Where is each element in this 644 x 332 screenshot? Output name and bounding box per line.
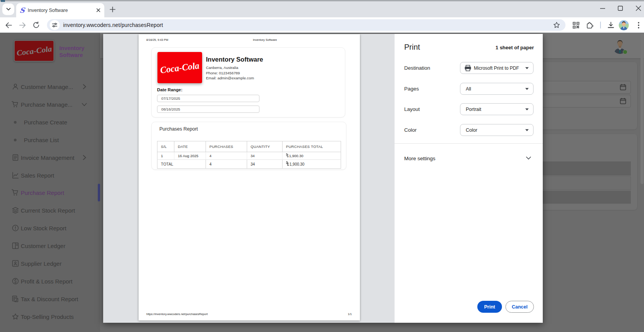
tab-close-button[interactable] (95, 7, 102, 14)
more-settings-button[interactable]: More settings (404, 156, 435, 161)
cell-date: 16 Aug 2025 (174, 152, 206, 160)
amount: 1,900.30 (289, 162, 304, 166)
cell-quantity: 34 (247, 152, 283, 160)
total-purchases: 4 (206, 160, 247, 169)
cell-sl: 1 (157, 152, 174, 160)
printer-icon (464, 65, 472, 71)
back-button[interactable] (2, 18, 15, 32)
cell-purchases: 4 (206, 152, 247, 160)
coca-cola-script: Coca-Cola (160, 60, 200, 75)
sheet-count-label: 1 sheet of paper (495, 45, 534, 50)
browser-toolbar: inventory.wwcoders.net/purchasesReport (0, 17, 644, 33)
cell-total: 1,900.30 (283, 152, 341, 160)
col-header: DATE (174, 141, 206, 152)
qr-code-icon (573, 22, 579, 29)
bookmark-star-button[interactable] (552, 21, 561, 29)
cancel-button[interactable]: Cancel (505, 301, 534, 313)
browser-titlebar: S Inventory Software (0, 0, 644, 17)
date-from-value: 07/17/2025 (157, 95, 259, 102)
tune-icon (52, 22, 57, 28)
print-button[interactable]: Print (477, 301, 502, 313)
company-email: Email: admin@example.com (206, 76, 254, 80)
avatar-photo (619, 20, 629, 30)
browser-tab[interactable]: S Inventory Software (16, 3, 104, 17)
destination-label: Destination (404, 65, 430, 71)
print-header-datetime: 8/16/25, 9:43 PM (146, 38, 168, 42)
settings-divider (395, 143, 543, 144)
minimize-icon (600, 5, 606, 11)
forward-button[interactable] (16, 18, 29, 32)
browser-menu-button[interactable] (632, 19, 644, 31)
caret-down-icon (525, 129, 529, 131)
total-amount: 1,900.30 (283, 160, 341, 169)
destination-value: Microsoft Print to PDF (474, 65, 525, 71)
app-page: Coca-Cola Inventory Software Customer Ma… (0, 33, 644, 332)
company-info-card: Coca-Cola Inventory Software Canberra, A… (151, 47, 345, 117)
amount: 1,900.30 (289, 154, 303, 158)
browser-profile-avatar[interactable] (617, 19, 630, 31)
company-address: Canberra, Australia (206, 65, 238, 70)
col-header: QUANTITY (247, 141, 283, 152)
tab-title: Inventory Software (28, 8, 95, 13)
report-title: Purchases Report (159, 126, 198, 132)
col-header: PURCHASES (206, 141, 247, 152)
caret-down-icon (525, 108, 529, 111)
company-phone: Phone: 0123456789 (206, 71, 240, 75)
url-text[interactable]: inventory.wwcoders.net/purchasesReport (63, 22, 552, 28)
window-frame-edge (0, 0, 644, 1)
date-to-value: 08/16/2025 (157, 106, 259, 113)
reload-button[interactable] (30, 18, 43, 32)
layout-label: Layout (404, 106, 420, 112)
chevron-down-icon (526, 156, 531, 160)
purchases-report-card: Purchases Report S/L DATE PURCHASES QUAN… (151, 122, 346, 170)
color-select[interactable]: Color (460, 124, 534, 136)
site-info-button[interactable] (50, 20, 60, 30)
puzzle-icon (585, 21, 593, 29)
forward-arrow-icon (19, 22, 26, 29)
company-name: Inventory Software (206, 56, 263, 63)
window-close-button[interactable] (636, 5, 641, 11)
star-icon (553, 22, 560, 29)
print-footer-url: https://inventory.wwcoders.net/purchases… (146, 312, 208, 316)
pages-select[interactable]: All (460, 83, 534, 95)
color-label: Color (404, 127, 417, 133)
taka-currency-icon (286, 153, 289, 158)
print-settings-panel: Print 1 sheet of paper Destination Micro… (395, 34, 543, 323)
new-tab-button[interactable] (108, 5, 117, 14)
chevron-down-icon (6, 8, 11, 11)
downloads-button[interactable] (605, 19, 617, 31)
color-value: Color (466, 127, 525, 133)
caret-down-icon (525, 67, 529, 69)
three-dots-icon (638, 22, 639, 29)
pages-label: Pages (404, 86, 419, 92)
extensions-button[interactable] (583, 19, 595, 31)
print-footer-page-number: 1/1 (348, 312, 352, 316)
print-dialog-title: Print (404, 43, 420, 52)
tab-search-button[interactable] (2, 3, 14, 15)
layout-select[interactable]: Portrait (460, 103, 534, 115)
date-range-label: Date Range: (157, 87, 182, 92)
pages-value: All (466, 86, 525, 92)
company-logo: Coca-Cola (157, 52, 202, 83)
download-icon (607, 22, 614, 29)
maximize-icon (617, 5, 623, 11)
print-dialog: 8/16/25, 9:43 PM Inventory Software Coca… (103, 34, 543, 323)
window-minimize-button[interactable] (600, 5, 606, 11)
window-frame-artifact (1, 0, 5, 2)
print-preview-sheet: 8/16/25, 9:43 PM Inventory Software Coca… (139, 34, 360, 320)
col-header: S/L (157, 141, 174, 152)
print-preview-pane: 8/16/25, 9:43 PM Inventory Software Coca… (103, 34, 395, 323)
table-header-row: S/L DATE PURCHASES QUANTITY PURCHASES TO… (157, 141, 341, 152)
close-icon (96, 8, 100, 12)
window-maximize-button[interactable] (617, 5, 623, 11)
destination-select[interactable]: Microsoft Print to PDF (460, 62, 534, 74)
close-icon (636, 5, 641, 11)
address-bar[interactable]: inventory.wwcoders.net/purchasesReport (47, 19, 565, 31)
table-row: 1 16 Aug 2025 4 34 1,900.30 (157, 152, 341, 160)
table-total-row: TOTAL 4 34 1,900.30 (157, 160, 341, 169)
qr-code-button[interactable] (570, 19, 582, 31)
layout-value: Portrait (466, 107, 525, 112)
caret-down-icon (525, 88, 529, 90)
print-header-title: Inventory Software (253, 38, 277, 42)
back-arrow-icon (5, 22, 12, 29)
